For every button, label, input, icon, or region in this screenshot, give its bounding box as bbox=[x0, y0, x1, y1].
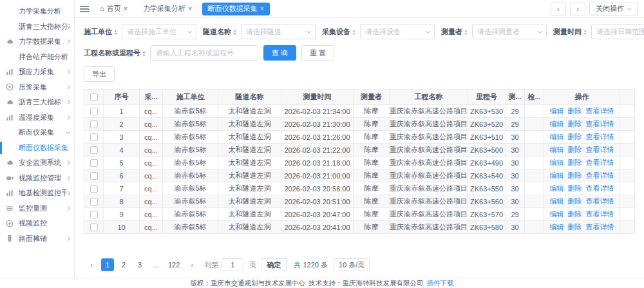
sidebar-item[interactable]: 压浆采集 bbox=[0, 80, 74, 95]
view-detail-link[interactable]: 查看详情 bbox=[586, 222, 614, 232]
sidebar-item[interactable]: 监控量测 bbox=[0, 201, 74, 216]
sidebar-item[interactable]: 断面仪数据采集 bbox=[0, 140, 74, 156]
row-checkbox[interactable] bbox=[90, 185, 98, 193]
view-detail-link[interactable]: 查看详情 bbox=[586, 197, 614, 206]
sidebar-item[interactable]: 预应力采集 bbox=[0, 64, 74, 80]
row-checkbox[interactable] bbox=[90, 198, 98, 206]
delete-link[interactable]: 删除 bbox=[568, 209, 582, 219]
sidebar-item[interactable]: 沥青三大指标分析 bbox=[0, 19, 74, 35]
view-detail-link[interactable]: 查看详情 bbox=[586, 158, 614, 168]
tab-label: 首页 bbox=[107, 4, 121, 14]
delete-link[interactable]: 删除 bbox=[568, 145, 582, 155]
row-checkbox[interactable] bbox=[90, 224, 98, 231]
view-detail-link[interactable]: 查看详情 bbox=[586, 184, 614, 193]
sidebar-item[interactable]: 力学数据采集 bbox=[0, 34, 74, 50]
sidebar-item[interactable]: 力学采集分析 bbox=[0, 4, 74, 19]
edit-link[interactable]: 编辑 bbox=[550, 158, 564, 168]
row-checkbox[interactable] bbox=[90, 133, 98, 141]
row-checkbox[interactable] bbox=[90, 146, 98, 154]
tab[interactable]: 力学采集分析 × bbox=[137, 3, 198, 15]
copyright-text: 版权：重庆市交通规划与技术发展中心 bbox=[191, 279, 306, 288]
reset-button[interactable]: 重 置 bbox=[301, 45, 334, 61]
jump-confirm-button[interactable]: 确定 bbox=[261, 258, 287, 271]
keyword-input[interactable] bbox=[150, 45, 258, 61]
filter-date-range-input[interactable]: 请选择日期范围 bbox=[591, 24, 644, 39]
support-text: 技术支持：重庆海特科技发展有限公司 bbox=[308, 279, 424, 288]
page-button[interactable]: 122 bbox=[166, 258, 182, 271]
edit-link[interactable]: 编辑 bbox=[550, 209, 564, 219]
edit-link[interactable]: 编辑 bbox=[550, 197, 564, 206]
view-detail-link[interactable]: 查看详情 bbox=[586, 132, 614, 142]
close-icon[interactable]: × bbox=[260, 5, 264, 12]
next-page-button[interactable]: › bbox=[185, 258, 198, 271]
collapse-menu-icon[interactable] bbox=[80, 5, 89, 13]
column-header: 测量者 bbox=[354, 90, 390, 104]
sidebar-item[interactable]: 路面摊铺 bbox=[0, 231, 74, 247]
edit-link[interactable]: 编辑 bbox=[550, 145, 564, 155]
row-checkbox[interactable] bbox=[90, 211, 98, 218]
filter-select[interactable]: 请选择测量者 bbox=[472, 24, 547, 39]
page-button[interactable]: 1 bbox=[101, 258, 114, 271]
edit-link[interactable]: 编辑 bbox=[550, 106, 564, 116]
delete-link[interactable]: 删除 bbox=[568, 184, 582, 193]
page-button[interactable]: 3 bbox=[133, 258, 146, 271]
tab-scroll-left-button[interactable]: ‹ bbox=[551, 3, 566, 15]
delete-link[interactable]: 删除 bbox=[568, 222, 582, 232]
plugin-download-link[interactable]: 插件下载 bbox=[427, 279, 454, 288]
filter-select[interactable]: 请选择隧道 bbox=[241, 24, 316, 39]
tab[interactable]: 断面仪数据采集 × bbox=[202, 3, 270, 15]
row-checkbox[interactable] bbox=[90, 159, 98, 167]
sidebar-item[interactable]: 温湿度采集 bbox=[0, 110, 74, 126]
edit-link[interactable]: 编辑 bbox=[550, 132, 564, 142]
jump-page-input[interactable] bbox=[222, 258, 243, 271]
cell-device: cq... bbox=[140, 105, 163, 117]
export-button[interactable]: 导出 bbox=[84, 66, 115, 82]
cell-mileage: ZK63+530 bbox=[468, 105, 506, 117]
select-all-checkbox[interactable] bbox=[90, 93, 98, 101]
close-icon[interactable]: × bbox=[124, 5, 128, 12]
cell-device: cq... bbox=[140, 118, 163, 130]
sidebar-item[interactable]: 安全监测系统 bbox=[0, 155, 74, 171]
cell-count: 30 bbox=[506, 131, 525, 143]
sidebar-item[interactable]: 拌合站产能分析 bbox=[0, 50, 74, 65]
delete-link[interactable]: 删除 bbox=[568, 158, 582, 168]
filter-select[interactable]: 请选择施工单位 bbox=[122, 24, 196, 39]
delete-link[interactable]: 删除 bbox=[568, 197, 582, 206]
close-icon[interactable]: × bbox=[188, 5, 192, 12]
delete-link[interactable]: 删除 bbox=[568, 171, 582, 180]
delete-link[interactable]: 删除 bbox=[568, 119, 582, 129]
sidebar-item[interactable]: 沥青三大指标 bbox=[0, 95, 74, 110]
view-detail-link[interactable]: 查看详情 bbox=[586, 119, 614, 129]
row-checkbox[interactable] bbox=[90, 172, 98, 180]
search-button[interactable]: 查 询 bbox=[263, 45, 296, 61]
view-detail-link[interactable]: 查看详情 bbox=[586, 209, 614, 219]
sidebar-item[interactable]: 断面仪采集 bbox=[0, 125, 74, 140]
row-checkbox[interactable] bbox=[90, 108, 98, 115]
cell-device: cq... bbox=[140, 208, 163, 220]
tab[interactable]: ⌂ 首页 × bbox=[94, 3, 133, 15]
delete-link[interactable]: 删除 bbox=[568, 132, 582, 142]
spacer-cell bbox=[620, 157, 634, 169]
close-operations-dropdown[interactable]: 关闭操作 bbox=[589, 3, 638, 15]
row-checkbox[interactable] bbox=[90, 120, 98, 128]
sidebar-item[interactable]: 视频监控 bbox=[0, 216, 74, 231]
filter-select[interactable]: 请选择设备 bbox=[360, 24, 435, 39]
sidebar-item[interactable]: 地基检测监控平台 bbox=[0, 186, 74, 201]
edit-link[interactable]: 编辑 bbox=[550, 119, 564, 129]
data-table: 序号采...施工单位隧道名称测量时间测量者工程名称里程号测...检...操作 1… bbox=[84, 89, 635, 234]
view-detail-link[interactable]: 查看详情 bbox=[586, 145, 614, 155]
delete-link[interactable]: 删除 bbox=[568, 106, 582, 116]
tab-scroll-right-button[interactable]: › bbox=[570, 3, 585, 15]
sidebar-item[interactable]: 视频监控管理 bbox=[0, 171, 74, 186]
spacer-cell bbox=[620, 169, 634, 182]
view-detail-link[interactable]: 查看详情 bbox=[586, 171, 614, 180]
edit-link[interactable]: 编辑 bbox=[550, 222, 564, 232]
edit-link[interactable]: 编辑 bbox=[550, 171, 564, 180]
edit-link[interactable]: 编辑 bbox=[550, 184, 564, 193]
sidebar-item-label: 力学采集分析 bbox=[19, 6, 70, 16]
page-size-select[interactable]: 10 条/页 bbox=[334, 258, 370, 271]
cell-measurer: 陈摩 bbox=[354, 182, 390, 195]
page-button[interactable]: 2 bbox=[117, 258, 130, 271]
view-detail-link[interactable]: 查看详情 bbox=[586, 106, 614, 116]
prev-page-button[interactable]: ‹ bbox=[85, 258, 98, 271]
